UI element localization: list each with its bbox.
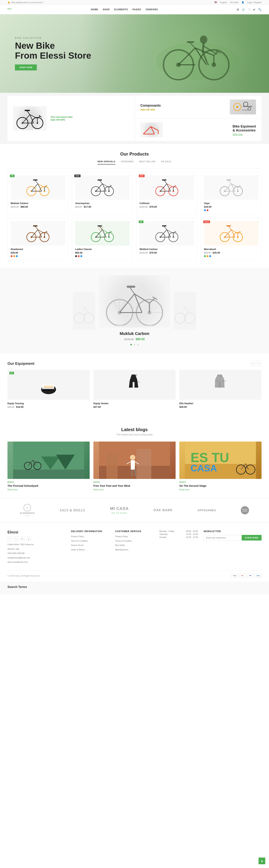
product-card-3[interactable]: HOT ♡ Cuffnse [137, 172, 197, 214]
footer-copyright: © 2024 Elessi. All Rights Reserved. [7, 575, 40, 577]
equipment-next-button[interactable]: › [256, 361, 262, 366]
product-wishlist-3[interactable]: ♡ [192, 175, 195, 178]
bell-icon: 🔔 [7, 1, 10, 4]
newsletter-subscribe-button[interactable]: SUBSCRIBE [242, 535, 262, 540]
blog-card-2[interactable]: BIKES Free Your Feet and Your Mind Read … [93, 441, 176, 491]
equip-image-1 [7, 370, 90, 400]
equip-wishlist-1[interactable]: ♡ [85, 372, 88, 375]
brand-oak-bark[interactable]: OAK BARK [154, 508, 173, 512]
footer-website[interactable]: elessi.nasatheme.com [7, 560, 65, 564]
blog-card-1[interactable]: BIKES The Fireroad Schoolyard Read more [7, 441, 90, 491]
nav-home[interactable]: HOME [91, 8, 98, 11]
compare-icon[interactable]: ⇄ [253, 8, 256, 11]
products-section: Our Products NEW ARRIVALS FEATURED BEST … [0, 144, 269, 268]
footer-link-manufacturers[interactable]: Manufacturers [115, 548, 154, 552]
nav-shop[interactable]: SHOP [103, 8, 110, 11]
tab-on-sale[interactable]: ON SALE [161, 160, 172, 164]
product-price-old-7: $199.00 [140, 251, 148, 254]
svg-line-139 [225, 230, 231, 237]
brand-sals-dolls[interactable]: Sals & Dolls [60, 508, 85, 512]
tab-best-seller[interactable]: BEST SELLER [139, 160, 155, 164]
narrow-bike-subtitle: The narrowest bike [51, 116, 72, 118]
header-icons: ⊞ 🛒 ♡ ⇄ 🔍 [237, 8, 262, 11]
nav-pages[interactable]: PAGES [132, 8, 141, 11]
footer-link-search[interactable]: Search Terms [71, 544, 110, 547]
product-wishlist-5[interactable]: ♡ [63, 220, 66, 223]
brand-scandinavia[interactable]: S SCANDINAVIA LIFE [20, 504, 35, 517]
slider-dot-2[interactable] [134, 344, 135, 345]
footer-link-bestseller[interactable]: Best Seller [115, 544, 154, 547]
blog-read-3[interactable]: Read more [179, 489, 262, 491]
brand-bean-shop[interactable]: BEANSHOP [241, 506, 249, 515]
slider-dot-3[interactable] [137, 344, 139, 345]
social-twitter[interactable]: t [14, 536, 18, 541]
banner-narrowest-bike[interactable]: The narrowest bike Sale Off 50% [7, 96, 134, 141]
wishlist-icon[interactable]: ♡ [248, 8, 250, 11]
blog-read-1[interactable]: Read more [7, 489, 90, 491]
product-card-1[interactable]: 7% ♡ Mukluk C [7, 172, 68, 214]
equip-wishlist-3[interactable]: ♡ [257, 372, 260, 375]
product-bike-svg-8 [218, 224, 244, 243]
equip-wishlist-2[interactable]: ♡ [171, 372, 174, 375]
banner-equipment[interactable]: Bike Equiment & Accessories Shop now [135, 119, 262, 141]
product-wishlist-2[interactable]: ♡ [128, 175, 130, 178]
banner-composants[interactable]: Composants Sale Off 30% [135, 96, 262, 118]
blog-read-2[interactable]: Read more [93, 489, 176, 491]
footer-link-order[interactable]: Order & Return [71, 548, 110, 552]
tab-new-arrivals[interactable]: NEW ARRIVALS [97, 160, 115, 164]
footer-link-privacy-customer[interactable]: Privacy Policy [115, 535, 154, 538]
cart-icon[interactable]: 🛒 [242, 8, 245, 11]
slider-dot-1[interactable] [130, 344, 132, 345]
product-wishlist-7[interactable]: ♡ [192, 220, 195, 223]
social-facebook[interactable]: f [7, 536, 12, 541]
footer-link-terms-delivery[interactable]: Terms & Condition [71, 539, 110, 543]
product-card-8[interactable]: SALE ♡ Marrak [201, 218, 262, 260]
brand-es-tu-casa[interactable]: MI CASA ES TU CASA [110, 506, 129, 515]
product-wishlist-8[interactable]: ♡ [257, 220, 259, 223]
featured-bike-svg [101, 277, 168, 326]
product-wishlist-6[interactable]: ♡ [128, 220, 130, 223]
featured-price-new: $88.00 [136, 338, 145, 341]
product-badge-2a: NEW [74, 175, 81, 177]
footer-link-terms-customer[interactable]: Terms & Condition [115, 539, 154, 543]
nav-elements[interactable]: ELEMENTS [114, 8, 128, 11]
newsletter-email-input[interactable] [204, 535, 242, 540]
logo[interactable]: Elessi™ [7, 7, 12, 12]
equip-name-2: Equip Vestes [93, 402, 176, 405]
nav-vendors[interactable]: VENDORS [146, 8, 158, 11]
product-wishlist-1[interactable]: ♡ [63, 175, 66, 178]
language-selector[interactable]: English [220, 1, 227, 4]
product-card-7[interactable]: 5% ♡ Welbird [137, 218, 197, 260]
product-wishlist-4[interactable]: ♡ [257, 175, 259, 178]
login-link[interactable]: Login / Register [247, 1, 262, 4]
brand-appxgames[interactable]: APPXGAMES [198, 509, 216, 512]
product-card-2[interactable]: NEW ♡ Journey [72, 172, 132, 214]
svg-line-144 [229, 226, 231, 230]
product-colors-8 [204, 255, 258, 257]
product-image-8 [204, 221, 258, 246]
social-pinterest[interactable]: p [27, 536, 31, 541]
product-card-4[interactable]: ♡ Vaya [201, 172, 262, 214]
equip-card-3[interactable]: ♡ Elle Heather $29.00 [179, 370, 262, 408]
social-instagram[interactable]: in [20, 536, 25, 541]
grid-icon[interactable]: ⊞ [237, 8, 239, 11]
currency-selector[interactable]: US Dollar [230, 1, 239, 4]
equipment-title: Bike Equiment & Accessories [233, 125, 256, 132]
footer-logo[interactable]: Elessi [7, 530, 65, 534]
hero-subtitle: BIKE COLLECTION [15, 37, 91, 39]
search-icon[interactable]: 🔍 [258, 8, 262, 11]
equip-card-2[interactable]: ♡ Equip Vestes $27.00 [93, 370, 176, 408]
tab-featured[interactable]: FEATURED [121, 160, 133, 164]
hero-shop-button[interactable]: SHOP NOW [15, 64, 37, 70]
product-card-6[interactable]: ♡ [72, 218, 132, 260]
blog-image-1 [7, 441, 90, 479]
blog-card-3[interactable]: ES TU CASA BIKES On The Second Stage Rea… [179, 441, 262, 491]
footer-link-privacy-delivery[interactable]: Privacy Policy [71, 535, 110, 538]
footer-col-customer: Customer Service Privacy Policy Terms & … [115, 530, 154, 565]
equipment-prev-button[interactable]: ‹ [250, 361, 256, 366]
product-card-5[interactable]: ♡ Deadwood [7, 218, 68, 260]
product-bike-svg-3 [154, 178, 180, 197]
equip-card-1[interactable]: 5% ♡ Equip Touring $29.00 $19.00 [7, 370, 90, 408]
color-dot-orange-5 [13, 255, 15, 257]
equipment-shop-link[interactable]: Shop now [233, 133, 256, 136]
